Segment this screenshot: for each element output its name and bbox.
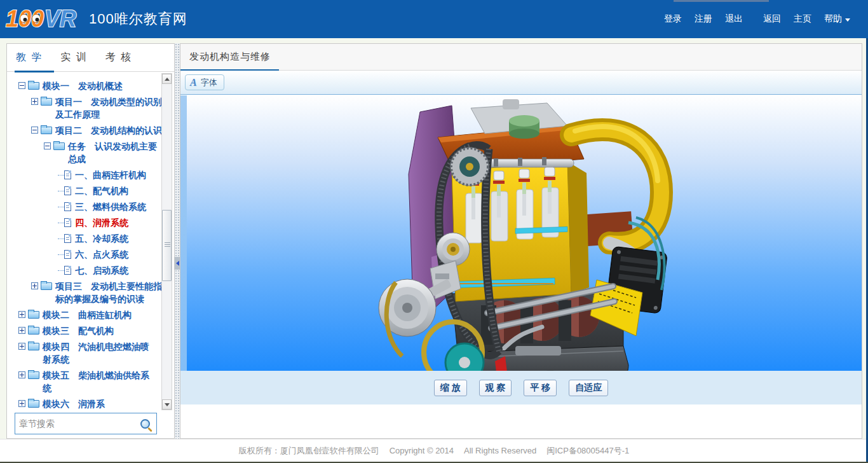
engine-3d-model[interactable] — [356, 98, 674, 402]
folder-icon — [41, 282, 52, 290]
svg-text:VR: VR — [44, 6, 76, 32]
folder-icon — [53, 142, 65, 150]
chapter-tree: 模块一 发动机概述 项目一 发动机类型的识别及工作原理 项目二 发动机结构的认识… — [7, 73, 163, 409]
font-button[interactable]: A 字体 — [185, 74, 224, 90]
nav-help[interactable]: 帮助 — [824, 13, 850, 25]
course-sidebar: 教 学 实 训 考 核 模块一 发动机概述 项目一 发动机类型的识别及工作原理 … — [6, 43, 175, 439]
tab-training[interactable]: 实 训 — [51, 51, 96, 64]
document-icon — [64, 186, 71, 195]
expand-icon[interactable] — [18, 343, 25, 350]
tree-item-project2[interactable]: 项目二 发动机结构的认识 — [7, 124, 163, 137]
folder-icon — [28, 311, 39, 319]
observe-mode-button[interactable]: 观 察 — [479, 380, 512, 396]
tree-item-module1[interactable]: 模块一 发动机概述 — [7, 79, 163, 92]
document-icon — [64, 202, 71, 211]
viewer-left-band — [180, 95, 187, 404]
tree-item-ignition-system[interactable]: 六、点火系统 — [7, 248, 163, 261]
tree-item-fuel-system[interactable]: 三、燃料供给系统 — [7, 200, 163, 213]
document-icon — [64, 266, 71, 275]
expand-icon[interactable] — [18, 311, 25, 318]
tree-item-cooling-system[interactable]: 五、冷却系统 — [7, 232, 163, 245]
collapse-icon[interactable] — [44, 142, 51, 149]
nav-home[interactable]: 主页 — [794, 13, 811, 25]
tree-item-module4[interactable]: 模块四 汽油机电控燃油喷射系统 — [7, 340, 163, 366]
sidebar-tabs: 教 学 实 训 考 核 — [7, 44, 174, 72]
collapse-icon[interactable] — [31, 127, 38, 134]
document-icon — [64, 234, 71, 243]
folder-icon — [28, 343, 39, 350]
tree-item-crank-mechanism[interactable]: 一、曲柄连杆机构 — [7, 169, 163, 181]
footer-icp: 闽ICP备08005447号-1 — [546, 445, 629, 457]
expand-icon[interactable] — [18, 371, 25, 378]
expand-icon[interactable] — [18, 327, 25, 334]
arrow-down-icon — [165, 403, 170, 406]
document-icon — [64, 218, 71, 227]
content-panel: 发动机构造与维修 A 字体 — [180, 43, 862, 439]
folder-icon — [41, 127, 52, 134]
folder-icon — [28, 82, 39, 90]
search-icon[interactable] — [140, 419, 150, 429]
nav-login[interactable]: 登录 — [664, 13, 682, 25]
document-icon — [64, 170, 71, 179]
folder-icon — [28, 371, 39, 379]
viewer-controls-bar: 缩 放 观 察 平 移 自适应 — [180, 371, 862, 404]
page-footer: 版权所有：厦门凤凰创壹软件有限公司 Copyright © 2014 All R… — [0, 439, 868, 462]
content-tabbar: 发动机构造与维修 — [180, 44, 862, 71]
collapse-icon[interactable] — [18, 82, 25, 89]
panel-splitter[interactable] — [175, 43, 180, 439]
viewer-toolbar-top: A 字体 — [180, 71, 862, 95]
chevron-down-icon — [845, 18, 850, 22]
tree-item-module5[interactable]: 模块五 柴油机燃油供给系统 — [7, 369, 163, 394]
auto-fit-button[interactable]: 自适应 — [569, 380, 608, 396]
tree-item-module3[interactable]: 模块三 配气机构 — [7, 324, 163, 337]
footer-copyright: Copyright © 2014 — [390, 446, 454, 455]
tree-item-module2[interactable]: 模块二 曲柄连缸机构 — [7, 308, 163, 321]
tree-scrollbar[interactable] — [161, 73, 172, 410]
tab-teaching[interactable]: 教 学 — [7, 51, 51, 64]
tab-assessment[interactable]: 考 核 — [97, 51, 141, 64]
nav-back[interactable]: 返回 — [763, 13, 781, 25]
pan-mode-button[interactable]: 平 移 — [524, 380, 557, 396]
active-tab-underline — [15, 71, 54, 73]
logo-100vr-icon: 100 VR — [5, 4, 83, 34]
nav-logout[interactable]: 退出 — [725, 13, 743, 25]
tree-item-project1[interactable]: 项目一 发动机类型的识别及工作原理 — [7, 95, 163, 121]
scroll-up-button[interactable] — [162, 74, 172, 84]
logo[interactable]: 100 VR 100唯尔教育网 — [5, 4, 187, 34]
chapter-search-box — [15, 413, 157, 434]
footer-rights: All Rights Reserved — [464, 446, 536, 455]
collapse-sidebar-handle[interactable] — [175, 257, 180, 270]
tree-item-project3[interactable]: 项目三 发动机主要性能指标的掌握及编号的识读 — [7, 280, 163, 305]
top-nav: 登录 注册 退出 返回 主页 帮助 — [651, 0, 850, 38]
site-title: 100唯尔教育网 — [89, 10, 187, 29]
tree-item-lubrication-system-selected[interactable]: 四、润滑系统 — [7, 216, 163, 229]
nav-register[interactable]: 注册 — [695, 13, 712, 25]
app-header: 100 VR 100唯尔教育网 登录 注册 退出 返回 主页 帮助 — [0, 0, 868, 38]
scroll-down-button[interactable] — [162, 399, 172, 410]
search-input[interactable] — [15, 418, 140, 429]
tree-item-valve-mechanism[interactable]: 二、配气机构 — [7, 184, 163, 197]
folder-icon — [41, 98, 52, 106]
viewer-3d-canvas[interactable]: 缩 放 观 察 平 移 自适应 — [180, 95, 862, 404]
expand-icon[interactable] — [31, 98, 38, 105]
font-a-icon: A — [190, 77, 197, 88]
expand-icon[interactable] — [18, 400, 25, 407]
tab-engine-course[interactable]: 发动机构造与维修 — [180, 51, 287, 63]
folder-icon — [28, 327, 39, 335]
expand-icon[interactable] — [31, 282, 38, 289]
tree-item-module6[interactable]: 模块六 润滑系 — [7, 397, 163, 409]
scrollbar-thumb[interactable] — [162, 210, 172, 281]
tree-item-task[interactable]: 任务 认识发动机主要总成 — [7, 140, 163, 165]
engine-model-illustration — [356, 98, 674, 402]
tree-item-starting-system[interactable]: 七、启动系统 — [7, 264, 163, 277]
footer-owner: 版权所有：厦门凤凰创壹软件有限公司 — [239, 445, 379, 457]
arrow-up-icon — [165, 78, 170, 81]
folder-icon — [28, 400, 39, 408]
document-icon — [64, 250, 71, 259]
zoom-mode-button[interactable]: 缩 放 — [434, 380, 467, 396]
